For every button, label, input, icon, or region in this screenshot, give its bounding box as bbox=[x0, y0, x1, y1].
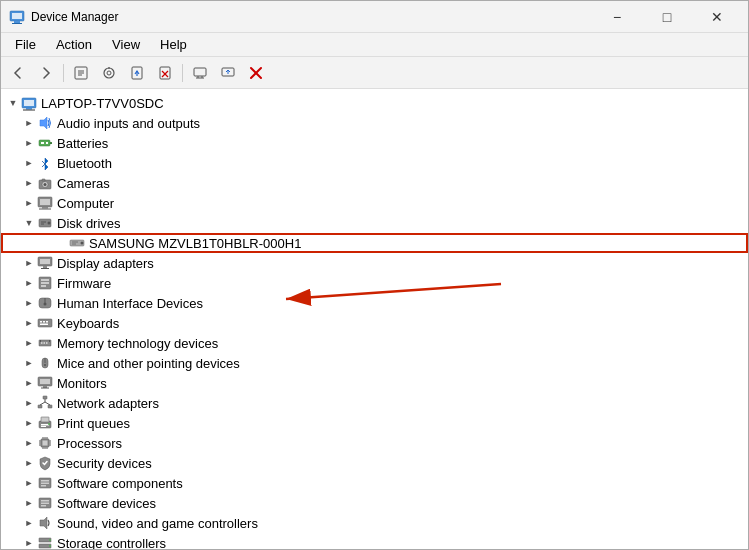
scan-button[interactable] bbox=[96, 60, 122, 86]
cameras-expand-icon[interactable]: ► bbox=[21, 175, 37, 191]
tree-item-network[interactable]: ► Network adapters bbox=[1, 393, 748, 413]
svg-rect-55 bbox=[41, 282, 49, 284]
tree-item-samsung[interactable]: SAMSUNG MZVLB1T0HBLR-000H1 bbox=[1, 233, 748, 253]
processors-icon bbox=[37, 435, 53, 451]
samsung-drive-icon bbox=[69, 235, 85, 251]
device-manager-window: Device Manager − □ ✕ File Action View He… bbox=[0, 0, 749, 550]
tree-item-batteries[interactable]: ► Batteries bbox=[1, 133, 748, 153]
svg-rect-36 bbox=[42, 179, 45, 181]
menu-file[interactable]: File bbox=[5, 35, 46, 54]
tree-item-storage[interactable]: ► Storage controllers bbox=[1, 533, 748, 549]
svg-rect-62 bbox=[43, 321, 45, 323]
mice-expand-icon[interactable]: ► bbox=[21, 355, 37, 371]
tree-item-hid[interactable]: ► Human Interface Devices bbox=[1, 293, 748, 313]
hid-label: Human Interface Devices bbox=[57, 296, 203, 311]
sound-expand-icon[interactable]: ► bbox=[21, 515, 37, 531]
softwarecomp-expand-icon[interactable]: ► bbox=[21, 475, 37, 491]
hid-icon bbox=[37, 295, 53, 311]
svg-rect-16 bbox=[194, 68, 206, 76]
tree-item-computer[interactable]: ► Computer bbox=[1, 193, 748, 213]
display-label: Display adapters bbox=[57, 256, 154, 271]
menu-action[interactable]: Action bbox=[46, 35, 102, 54]
tree-item-keyboards[interactable]: ► Keyboards bbox=[1, 313, 748, 333]
svg-rect-38 bbox=[40, 199, 50, 205]
back-button[interactable] bbox=[5, 60, 31, 86]
properties-button[interactable] bbox=[68, 60, 94, 86]
remove-button[interactable] bbox=[243, 60, 269, 86]
tree-item-sound[interactable]: ► Sound, video and game controllers bbox=[1, 513, 748, 533]
svg-rect-64 bbox=[40, 324, 48, 326]
tree-item-bluetooth[interactable]: ► Bluetooth bbox=[1, 153, 748, 173]
bluetooth-expand-icon[interactable]: ► bbox=[21, 155, 37, 171]
printq-expand-icon[interactable]: ► bbox=[21, 415, 37, 431]
keyboards-expand-icon[interactable]: ► bbox=[21, 315, 37, 331]
svg-rect-69 bbox=[40, 340, 41, 342]
tree-item-display[interactable]: ► Display adapters bbox=[1, 253, 748, 273]
computer-view-button[interactable] bbox=[187, 60, 213, 86]
tree-item-security[interactable]: ► Security devices bbox=[1, 453, 748, 473]
computer-expand-icon[interactable]: ► bbox=[21, 195, 37, 211]
tree-item-softwaredev[interactable]: ► Software devices bbox=[1, 493, 748, 513]
uninstall-button[interactable] bbox=[152, 60, 178, 86]
monitors-label: Monitors bbox=[57, 376, 107, 391]
close-button[interactable]: ✕ bbox=[694, 5, 740, 29]
update-driver-button[interactable] bbox=[124, 60, 150, 86]
firmware-icon bbox=[37, 275, 53, 291]
svg-rect-66 bbox=[41, 342, 43, 344]
audio-icon bbox=[37, 115, 53, 131]
monitors-expand-icon[interactable]: ► bbox=[21, 375, 37, 391]
svg-rect-3 bbox=[12, 23, 22, 24]
tree-item-processors[interactable]: ► bbox=[1, 433, 748, 453]
display-expand-icon[interactable]: ► bbox=[21, 255, 37, 271]
svg-rect-25 bbox=[24, 100, 34, 106]
root-expand-icon[interactable]: ▼ bbox=[5, 95, 21, 111]
tree-item-memory[interactable]: ► Memory technology devices bbox=[1, 333, 748, 353]
tree-item-monitors[interactable]: ► Monitors bbox=[1, 373, 748, 393]
tree-item-printq[interactable]: ► Print queues bbox=[1, 413, 748, 433]
svg-rect-106 bbox=[41, 485, 46, 487]
firmware-expand-icon[interactable]: ► bbox=[21, 275, 37, 291]
tree-item-cameras[interactable]: ► Cameras bbox=[1, 173, 748, 193]
tree-root[interactable]: ▼ LAPTOP-T7VV0SDC bbox=[1, 93, 748, 113]
svg-rect-79 bbox=[38, 405, 42, 408]
softwaredev-icon bbox=[37, 495, 53, 511]
svg-rect-31 bbox=[41, 142, 44, 144]
svg-rect-109 bbox=[41, 503, 49, 505]
device-tree[interactable]: ▼ LAPTOP-T7VV0SDC ► bbox=[1, 89, 748, 549]
svg-rect-80 bbox=[48, 405, 52, 408]
audio-expand-icon[interactable]: ► bbox=[21, 115, 37, 131]
batteries-icon bbox=[37, 135, 53, 151]
svg-point-9 bbox=[107, 71, 111, 75]
storage-expand-icon[interactable]: ► bbox=[21, 535, 37, 549]
batteries-expand-icon[interactable]: ► bbox=[21, 135, 37, 151]
svg-rect-39 bbox=[42, 207, 48, 209]
softwaredev-expand-icon[interactable]: ► bbox=[21, 495, 37, 511]
svg-rect-78 bbox=[43, 396, 47, 399]
sound-label: Sound, video and game controllers bbox=[57, 516, 258, 531]
audio-label: Audio inputs and outputs bbox=[57, 116, 200, 131]
display-icon bbox=[37, 255, 53, 271]
menu-view[interactable]: View bbox=[102, 35, 150, 54]
tree-item-softwarecomp[interactable]: ► Software components bbox=[1, 473, 748, 493]
maximize-button[interactable]: □ bbox=[644, 5, 690, 29]
menu-help[interactable]: Help bbox=[150, 35, 197, 54]
memory-label: Memory technology devices bbox=[57, 336, 218, 351]
network-expand-icon[interactable]: ► bbox=[21, 395, 37, 411]
forward-button[interactable] bbox=[33, 60, 59, 86]
tree-item-mice[interactable]: ► Mice and other pointing devices bbox=[1, 353, 748, 373]
processors-label: Processors bbox=[57, 436, 122, 451]
svg-point-46 bbox=[81, 242, 84, 245]
memory-expand-icon[interactable]: ► bbox=[21, 335, 37, 351]
diskdrives-expand-icon[interactable]: ▼ bbox=[21, 215, 37, 231]
tree-item-firmware[interactable]: ► Firmware bbox=[1, 273, 748, 293]
svg-rect-52 bbox=[41, 268, 49, 269]
hid-expand-icon[interactable]: ► bbox=[21, 295, 37, 311]
svg-rect-29 bbox=[39, 140, 50, 146]
processors-expand-icon[interactable]: ► bbox=[21, 435, 37, 451]
minimize-button[interactable]: − bbox=[594, 5, 640, 29]
tree-item-audio[interactable]: ► Audio inputs and outputs bbox=[1, 113, 748, 133]
security-expand-icon[interactable]: ► bbox=[21, 455, 37, 471]
svg-rect-13 bbox=[160, 67, 170, 79]
tree-item-diskdrives[interactable]: ▼ Disk drives bbox=[1, 213, 748, 233]
add-hardware-button[interactable] bbox=[215, 60, 241, 86]
